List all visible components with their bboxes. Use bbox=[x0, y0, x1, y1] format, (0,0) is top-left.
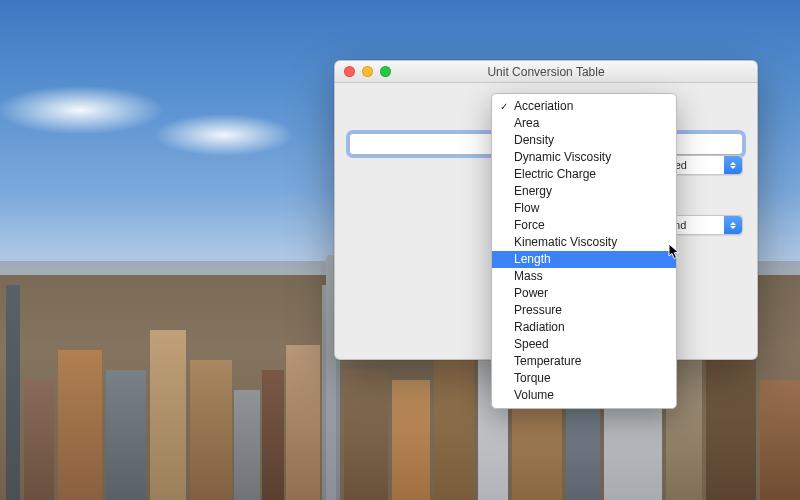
dropdown-item[interactable]: Density bbox=[492, 132, 676, 149]
dropdown-item[interactable]: Acceriation✓ bbox=[492, 98, 676, 115]
dropdown-item[interactable]: Force bbox=[492, 217, 676, 234]
dropdown-item[interactable]: Energy bbox=[492, 183, 676, 200]
window-content: Acceriation d squared er second bbox=[335, 83, 757, 171]
minimize-button[interactable] bbox=[362, 66, 373, 77]
dropdown-item[interactable]: Speed bbox=[492, 336, 676, 353]
updown-icon bbox=[724, 216, 742, 234]
checkmark-icon: ✓ bbox=[498, 98, 510, 115]
dropdown-item[interactable]: Kinematic Viscosity bbox=[492, 234, 676, 251]
dropdown-item[interactable]: Temperature bbox=[492, 353, 676, 370]
dropdown-item[interactable]: Pressure bbox=[492, 302, 676, 319]
titlebar[interactable]: Unit Conversion Table bbox=[335, 61, 757, 83]
dropdown-item[interactable]: Torque bbox=[492, 370, 676, 387]
dropdown-item[interactable]: Flow bbox=[492, 200, 676, 217]
dropdown-item[interactable]: Length bbox=[492, 251, 676, 268]
close-button[interactable] bbox=[344, 66, 355, 77]
zoom-button[interactable] bbox=[380, 66, 391, 77]
dropdown-item[interactable]: Radiation bbox=[492, 319, 676, 336]
dropdown-item[interactable]: Dynamic Viscosity bbox=[492, 149, 676, 166]
dropdown-item[interactable]: Area bbox=[492, 115, 676, 132]
dropdown-item[interactable]: Electric Charge bbox=[492, 166, 676, 183]
desktop-wallpaper: Unit Conversion Table Acceriation d squa… bbox=[0, 0, 800, 500]
app-window: Unit Conversion Table Acceriation d squa… bbox=[334, 60, 758, 360]
quantity-dropdown[interactable]: Acceriation✓AreaDensityDynamic Viscosity… bbox=[491, 93, 677, 409]
updown-icon bbox=[724, 156, 742, 174]
window-title: Unit Conversion Table bbox=[335, 65, 757, 79]
dropdown-item[interactable]: Mass bbox=[492, 268, 676, 285]
window-controls bbox=[344, 66, 391, 77]
dropdown-item[interactable]: Power bbox=[492, 285, 676, 302]
dropdown-item[interactable]: Volume bbox=[492, 387, 676, 404]
